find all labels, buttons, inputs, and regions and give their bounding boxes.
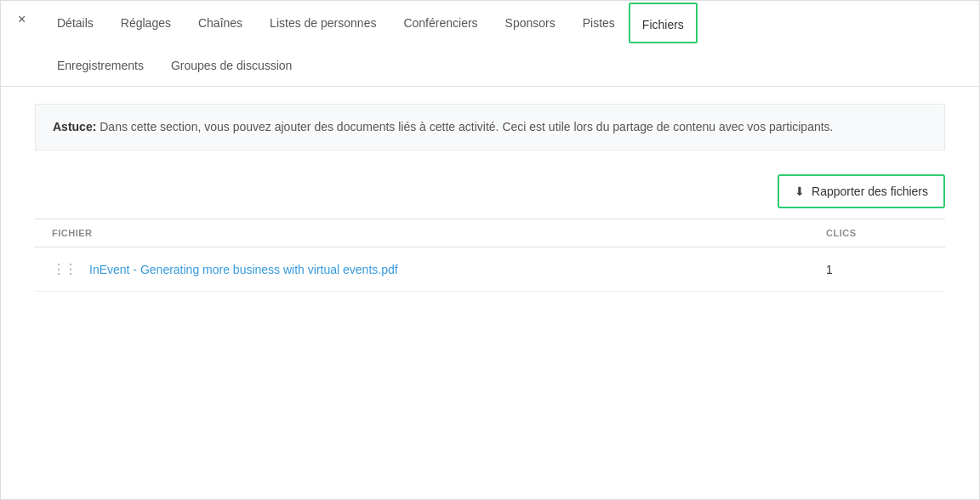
modal-container: × DétailsRéglagesChaînesListes de person… <box>0 0 980 500</box>
upload-button[interactable]: ⬇ Rapporter des fichiers <box>778 174 945 208</box>
tabs-row-1: DétailsRéglagesChaînesListes de personne… <box>1 1 979 43</box>
tab-sponsors[interactable]: Sponsors <box>492 1 569 43</box>
upload-icon: ⬇ <box>795 185 805 198</box>
file-link[interactable]: InEvent - Generating more business with … <box>89 263 826 276</box>
tab-details[interactable]: Détails <box>43 1 107 43</box>
table-row: ⋮⋮ InEvent - Generating more business wi… <box>35 247 945 292</box>
tab-chaines[interactable]: Chaînes <box>185 1 256 43</box>
col-fichier-header: FICHIER <box>52 228 826 238</box>
tab-conferenciers[interactable]: Conférenciers <box>390 1 491 43</box>
tab-fichiers[interactable]: Fichiers <box>629 3 698 43</box>
drag-handle-icon[interactable]: ⋮⋮ <box>52 261 76 277</box>
tab-reglages[interactable]: Réglages <box>107 1 185 43</box>
upload-button-label: Rapporter des fichiers <box>812 185 928 198</box>
col-clics-header: CLICS <box>826 228 928 238</box>
tab-listes[interactable]: Listes de personnes <box>256 1 390 43</box>
tab-enregistrements[interactable]: Enregistrements <box>43 43 157 86</box>
files-table: FICHIER CLICS ⋮⋮ InEvent - Generating mo… <box>35 219 945 292</box>
close-button[interactable]: × <box>13 11 31 28</box>
clics-value: 1 <box>826 263 928 276</box>
tab-pistes[interactable]: Pistes <box>569 1 629 43</box>
tip-box: Astuce: Dans cette section, vous pouvez … <box>35 104 945 151</box>
actions-bar: ⬇ Rapporter des fichiers <box>1 168 979 219</box>
tab-groupes[interactable]: Groupes de discussion <box>157 43 305 86</box>
tabs-row-2: EnregistrementsGroupes de discussion <box>1 43 979 87</box>
table-header: FICHIER CLICS <box>35 219 945 247</box>
tip-text: Dans cette section, vous pouvez ajouter … <box>96 120 833 134</box>
tip-label: Astuce: <box>53 120 96 134</box>
